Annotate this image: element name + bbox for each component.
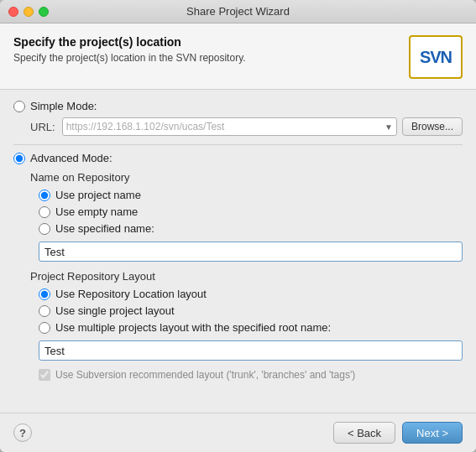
use-empty-name-row: Use empty name: [39, 205, 463, 218]
browse-button[interactable]: Browse...: [402, 117, 463, 136]
use-specified-name-radio[interactable]: [39, 223, 50, 235]
url-label: URL:: [30, 121, 55, 133]
use-single-project-label[interactable]: Use single project layout: [55, 304, 175, 317]
maximize-button[interactable]: [39, 7, 49, 17]
use-repo-location-radio[interactable]: [39, 288, 50, 300]
advanced-mode-label[interactable]: Advanced Mode:: [30, 152, 112, 164]
advanced-mode-section: Advanced Mode: Name on Repository Use pr…: [13, 152, 463, 381]
url-combo[interactable]: https://192.168.1.102/svn/ucas/Test ▼: [62, 117, 397, 136]
url-combo-text: https://192.168.1.102/svn/ucas/Test: [66, 121, 383, 132]
svn-logo-text: SVN: [420, 48, 452, 67]
use-project-name-radio[interactable]: [39, 190, 50, 201]
use-empty-name-radio[interactable]: [39, 206, 50, 218]
back-button[interactable]: < Back: [333, 422, 395, 444]
use-project-name-label[interactable]: Use project name: [55, 189, 141, 201]
use-multiple-projects-row: Use multiple projects layout with the sp…: [39, 321, 463, 334]
subversion-checkbox[interactable]: [39, 369, 50, 381]
use-repo-location-row: Use Repository Location layout: [39, 288, 463, 300]
title-bar: Share Project Wizard: [0, 0, 476, 23]
use-specified-name-row: Use specified name:: [39, 222, 463, 235]
header-subtext: Specify the project(s) location in the S…: [13, 52, 246, 64]
use-specified-name-label[interactable]: Use specified name:: [55, 222, 154, 235]
project-repo-layout-label: Project Repository Layout: [30, 270, 463, 283]
advanced-mode-radio[interactable]: [13, 153, 25, 164]
header-text: Specify the project(s) location Specify …: [13, 35, 246, 64]
divider-1: [13, 144, 463, 145]
window: Share Project Wizard Specify the project…: [0, 0, 476, 452]
name-on-repo-group: Use project name Use empty name Use spec…: [39, 189, 463, 235]
main-body: Simple Mode: URL: https://192.168.1.102/…: [0, 90, 476, 413]
header-heading: Specify the project(s) location: [13, 35, 246, 49]
minimize-button[interactable]: [24, 7, 34, 17]
header-section: Specify the project(s) location Specify …: [0, 23, 476, 90]
specified-name-input[interactable]: [39, 242, 463, 262]
use-empty-name-label[interactable]: Use empty name: [55, 205, 138, 218]
footer: ? < Back Next >: [0, 413, 476, 452]
use-project-name-row: Use project name: [39, 189, 463, 201]
traffic-lights: [8, 7, 49, 17]
url-row: URL: https://192.168.1.102/svn/ucas/Test…: [30, 117, 463, 136]
simple-mode-label[interactable]: Simple Mode:: [30, 100, 97, 112]
help-button[interactable]: ?: [13, 423, 32, 442]
advanced-mode-header: Advanced Mode:: [13, 152, 463, 164]
next-button[interactable]: Next >: [402, 422, 463, 444]
close-button[interactable]: [8, 7, 18, 17]
use-multiple-projects-label[interactable]: Use multiple projects layout with the sp…: [55, 321, 331, 334]
name-on-repo-label: Name on Repository: [30, 171, 463, 184]
simple-mode-radio-row: Simple Mode:: [13, 100, 463, 112]
subversion-checkbox-label: Use Subversion recommended layout ('trun…: [55, 369, 355, 381]
window-title: Share Project Wizard: [186, 5, 290, 18]
combo-arrow-icon: ▼: [384, 122, 393, 132]
url-input-wrap: https://192.168.1.102/svn/ucas/Test ▼ Br…: [62, 117, 463, 136]
content-area: Specify the project(s) location Specify …: [0, 23, 476, 452]
use-multiple-projects-radio[interactable]: [39, 322, 50, 334]
use-repo-location-label[interactable]: Use Repository Location layout: [55, 288, 207, 300]
simple-mode-radio[interactable]: [13, 101, 25, 112]
project-repo-layout-group: Use Repository Location layout Use singl…: [39, 288, 463, 334]
svn-logo: SVN: [409, 35, 463, 79]
root-name-input[interactable]: [39, 340, 463, 361]
simple-mode-section: Simple Mode: URL: https://192.168.1.102/…: [13, 100, 463, 136]
nav-buttons: < Back Next >: [333, 422, 463, 444]
use-single-project-radio[interactable]: [39, 305, 50, 317]
subversion-checkbox-row: Use Subversion recommended layout ('trun…: [39, 369, 463, 381]
use-single-project-row: Use single project layout: [39, 304, 463, 317]
